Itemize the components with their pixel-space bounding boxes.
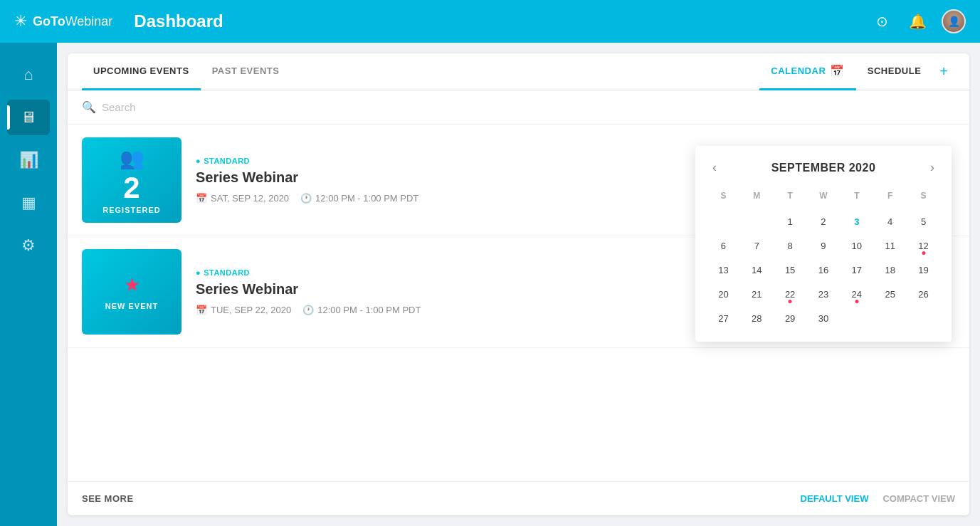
page-title: Dashboard	[134, 11, 223, 31]
sidebar-item-analytics[interactable]: 📊	[7, 142, 50, 178]
registered-count: 2	[123, 173, 139, 203]
calendar-empty-day	[879, 307, 902, 330]
search-input-wrap[interactable]: 🔍 Search	[82, 100, 955, 114]
tabs-bar: UPCOMING EVENTS PAST EVENTS CALENDAR 📅 S…	[68, 53, 969, 90]
calendar-dropdown: ‹ SEPTEMBER 2020 › S M T W T F S 1234567…	[695, 146, 952, 342]
home-icon: ⌂	[23, 65, 33, 84]
calendar-day-3[interactable]: 3	[845, 210, 868, 233]
default-view-button[interactable]: DEFAULT VIEW	[801, 493, 869, 504]
calendar-day-8[interactable]: 8	[779, 234, 801, 257]
calendar-month-title: SEPTEMBER 2020	[771, 162, 876, 174]
bottom-bar: SEE MORE DEFAULT VIEW COMPACT VIEW	[68, 481, 969, 515]
sidebar-item-home[interactable]: ⌂	[7, 57, 50, 93]
top-nav: ✳ GoToWebinar Dashboard ⊙ 🔔 👤	[0, 0, 980, 43]
logo-snowflake-icon: ✳	[14, 12, 27, 31]
calendar-day-26[interactable]: 26	[912, 283, 935, 305]
sidebar: ⌂ 🖥 📊 ▦ ⚙	[0, 43, 57, 526]
see-more-link[interactable]: SEE MORE	[82, 493, 134, 504]
calendar-day-28[interactable]: 28	[745, 307, 768, 330]
calendar-day-14[interactable]: 14	[745, 258, 768, 281]
calendar-small-icon: 📅	[196, 193, 207, 204]
calendar-day-25[interactable]: 25	[879, 283, 902, 305]
search-bar: 🔍 Search	[68, 90, 969, 125]
calendar-day-30[interactable]: 30	[812, 307, 835, 330]
calendar-days: 1234567891011121314151617181920212223242…	[707, 209, 940, 330]
calendar-day-29[interactable]: 29	[779, 307, 801, 330]
view-options: DEFAULT VIEW COMPACT VIEW	[801, 493, 955, 504]
calendar-day-5[interactable]: 5	[912, 210, 935, 233]
calendar-empty-day	[845, 307, 868, 330]
clock-icon-1: 🕐	[300, 193, 312, 204]
clock-icon-2: 🕐	[302, 305, 314, 315]
day-sat: S	[907, 188, 940, 204]
day-tue: T	[774, 188, 807, 204]
calendar-grid: S M T W T F S 12345678910111213141516171…	[707, 188, 940, 330]
calendar-day-7[interactable]: 7	[745, 234, 768, 257]
search-placeholder: Search	[102, 101, 136, 113]
event-thumbnail-1: 👥 2 REGISTERED	[82, 137, 181, 223]
calendar-empty-day	[912, 307, 935, 330]
logo-text: GoToWebinar	[33, 14, 112, 29]
thumb-label-1: REGISTERED	[102, 206, 161, 214]
calendar-day-headers: S M T W T F S	[707, 188, 940, 204]
calendar-day-24[interactable]: 24	[845, 283, 868, 305]
tab-upcoming-events[interactable]: UPCOMING EVENTS	[82, 53, 201, 90]
bell-icon: 🔔	[909, 13, 927, 30]
thumb-label-2: NEW EVENT	[105, 302, 158, 310]
webinar-icon: 👥	[120, 147, 144, 170]
day-fri: F	[873, 188, 907, 204]
table-icon: ▦	[21, 194, 36, 212]
calendar-day-17[interactable]: 17	[845, 258, 868, 281]
notifications-button[interactable]: 🔔	[906, 10, 929, 33]
day-sun: S	[707, 188, 740, 204]
avatar[interactable]: 👤	[942, 9, 966, 33]
tab-calendar[interactable]: CALENDAR 📅	[759, 53, 855, 90]
search-icon: 🔍	[82, 100, 96, 114]
calendar-day-21[interactable]: 21	[745, 283, 768, 305]
calendar-empty-day	[745, 210, 768, 233]
star-icon: ★	[124, 274, 140, 296]
compact-view-button[interactable]: COMPACT VIEW	[882, 493, 955, 504]
calendar-icon: 📅	[830, 64, 845, 78]
tab-schedule[interactable]: SCHEDULE	[856, 53, 933, 90]
sidebar-item-display[interactable]: 🖥	[7, 100, 50, 135]
display-icon: 🖥	[21, 108, 36, 127]
calendar-empty-day	[712, 210, 734, 233]
avatar-image: 👤	[943, 11, 964, 32]
calendar-day-10[interactable]: 10	[845, 234, 868, 257]
event-date-2: 📅 TUE, SEP 22, 2020	[196, 305, 291, 315]
calendar-day-12[interactable]: 12	[912, 234, 935, 257]
tab-past-events[interactable]: PAST EVENTS	[201, 53, 291, 90]
calendar-day-4[interactable]: 4	[879, 210, 902, 233]
calendar-prev-button[interactable]: ‹	[707, 157, 722, 178]
settings-icon: ⚙	[21, 236, 36, 255]
calendar-day-1[interactable]: 1	[779, 210, 801, 233]
calendar-day-18[interactable]: 18	[879, 258, 902, 281]
chart-icon: 📊	[19, 151, 38, 169]
help-button[interactable]: ⊙	[870, 10, 893, 33]
calendar-day-27[interactable]: 27	[712, 307, 734, 330]
help-icon: ⊙	[876, 13, 888, 30]
calendar-day-23[interactable]: 23	[812, 283, 835, 305]
day-thu: T	[840, 188, 873, 204]
day-wed: W	[807, 188, 841, 204]
calendar-day-2[interactable]: 2	[812, 210, 835, 233]
calendar-header: ‹ SEPTEMBER 2020 ›	[707, 157, 940, 178]
add-event-button[interactable]: +	[932, 53, 955, 90]
sidebar-item-settings[interactable]: ⚙	[7, 228, 50, 263]
tabs-right: CALENDAR 📅 SCHEDULE +	[759, 53, 955, 90]
event-time-2: 🕐 12:00 PM - 1:00 PM PDT	[302, 305, 421, 315]
calendar-day-11[interactable]: 11	[879, 234, 902, 257]
event-thumbnail-2: ★ NEW EVENT	[82, 249, 181, 335]
calendar-day-15[interactable]: 15	[779, 258, 801, 281]
calendar-day-19[interactable]: 19	[912, 258, 935, 281]
calendar-day-22[interactable]: 22	[779, 283, 801, 305]
calendar-day-9[interactable]: 9	[812, 234, 835, 257]
sidebar-item-table[interactable]: ▦	[7, 185, 50, 221]
calendar-day-20[interactable]: 20	[712, 283, 734, 305]
calendar-day-16[interactable]: 16	[812, 258, 835, 281]
calendar-day-13[interactable]: 13	[712, 258, 734, 281]
calendar-next-button[interactable]: ›	[924, 157, 940, 178]
calendar-day-6[interactable]: 6	[712, 234, 734, 257]
logo-area: ✳ GoToWebinar	[14, 12, 112, 31]
